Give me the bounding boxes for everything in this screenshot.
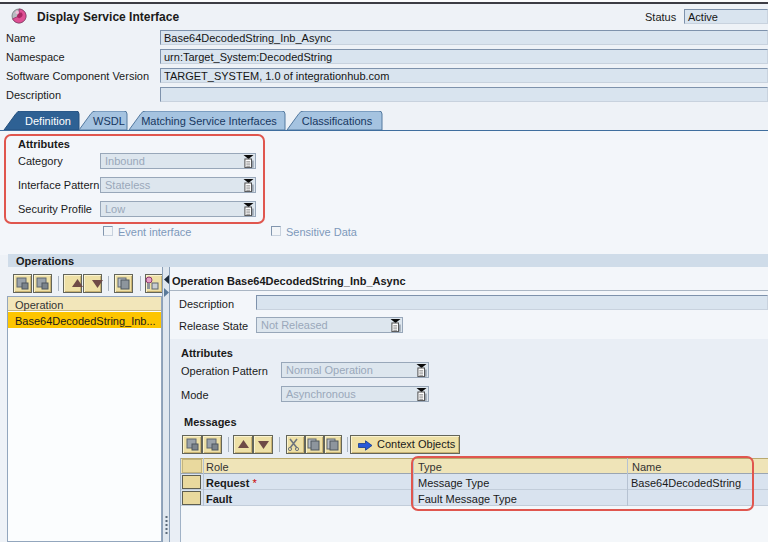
svg-text:Classifications: Classifications: [302, 115, 373, 127]
svg-text:Matching Service Interfaces: Matching Service Interfaces: [141, 115, 277, 127]
svg-text:Definition: Definition: [25, 115, 71, 127]
svg-text:WSDL: WSDL: [93, 115, 125, 127]
